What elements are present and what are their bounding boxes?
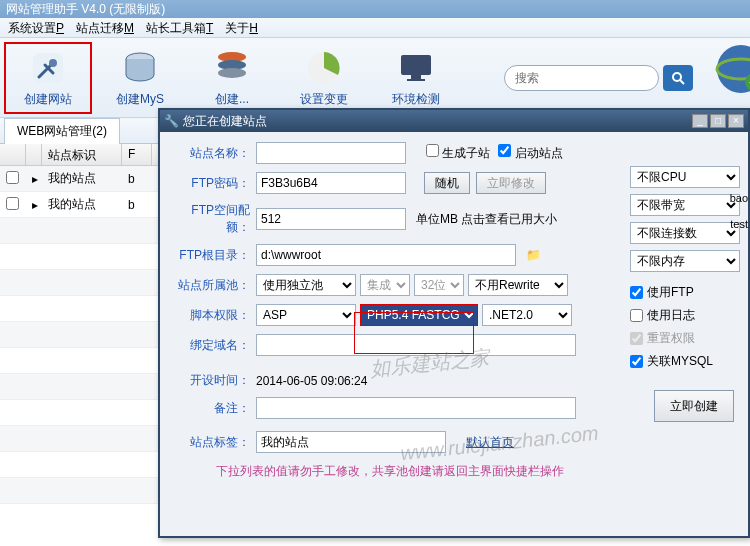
cpu-select[interactable]: 不限CPU — [630, 166, 740, 188]
svg-point-12 — [717, 45, 750, 93]
default-page-link[interactable]: 默认首页 — [466, 434, 514, 451]
create-now-button[interactable]: 立即创建 — [654, 390, 734, 422]
svg-rect-8 — [411, 75, 421, 79]
quota-note[interactable]: 单位MB 点击查看已用大小 — [416, 211, 557, 228]
pie-chart-icon — [303, 47, 345, 89]
label-remark: 备注： — [170, 400, 256, 417]
cell-f: b — [122, 195, 152, 215]
create-mysql-button[interactable]: 创建MyS — [96, 42, 184, 114]
svg-rect-7 — [401, 55, 431, 75]
edit-now-button[interactable]: 立即修改 — [476, 172, 546, 194]
script3-select[interactable]: .NET2.0 — [482, 304, 572, 326]
peek-text-2: test — [730, 218, 748, 230]
cell-name: 我的站点 — [42, 167, 122, 190]
arrow-icon: ▸ — [26, 195, 42, 215]
menu-tools[interactable]: 站长工具箱T — [146, 20, 213, 35]
startsite-checkbox[interactable]: 启动站点 — [498, 144, 562, 162]
menu-system[interactable]: 系统设置P — [8, 20, 64, 35]
use-log-checkbox[interactable]: 使用日志 — [630, 307, 740, 324]
conn-select[interactable]: 不限连接数 — [630, 222, 740, 244]
tool-button-4[interactable]: 设置变更 — [280, 42, 368, 114]
script1-select[interactable]: ASP — [256, 304, 356, 326]
quota-input[interactable] — [256, 208, 406, 230]
pool-select[interactable]: 使用独立池 — [256, 274, 356, 296]
tool-label: 创建MyS — [116, 91, 164, 108]
create-site-button[interactable]: 创建网站 — [4, 42, 92, 114]
label-quota: FTP空间配额： — [170, 202, 256, 236]
tool-label: 设置变更 — [300, 91, 348, 108]
rewrite-select[interactable]: 不用Rewrite — [468, 274, 568, 296]
ftproot-input[interactable] — [256, 244, 516, 266]
link-mysql-checkbox[interactable]: 关联MYSQL — [630, 353, 740, 370]
folder-icon[interactable]: 📁 — [526, 248, 541, 262]
jicheng-select[interactable]: 集成 — [360, 274, 410, 296]
menu-migration[interactable]: 站点迁移M — [76, 20, 134, 35]
bw-select[interactable]: 不限带宽 — [630, 194, 740, 216]
label-pool: 站点所属池： — [170, 277, 256, 294]
dialog-title: 您正在创建站点 — [179, 113, 690, 130]
monitor-icon — [395, 47, 437, 89]
magnifier-icon — [671, 71, 685, 85]
sitename-input[interactable] — [256, 142, 406, 164]
arrow-icon: ▸ — [26, 169, 42, 189]
script2-select[interactable]: PHP5.4 FASTCG — [360, 304, 478, 326]
tool-button-5[interactable]: 环境检测 — [372, 42, 460, 114]
peek-text-1: bao — [730, 192, 748, 204]
svg-point-1 — [49, 59, 57, 67]
label-domain: 绑定域名： — [170, 337, 256, 354]
subsite-checkbox[interactable]: 生成子站 — [426, 144, 490, 162]
minimize-button[interactable]: _ — [692, 114, 708, 128]
svg-rect-9 — [407, 79, 425, 81]
svg-point-10 — [673, 73, 681, 81]
search-input[interactable] — [504, 65, 659, 91]
dialog-title-bar[interactable]: 🔧 您正在创建站点 _ □ × — [160, 110, 748, 132]
menu-about[interactable]: 关于H — [225, 20, 258, 35]
maximize-button[interactable]: □ — [710, 114, 726, 128]
create-site-dialog: 🔧 您正在创建站点 _ □ × 站点名称： 生成子站 启动站点 FTP密码： 随… — [158, 108, 750, 538]
dialog-footer-note: 下拉列表的值请勿手工修改，共享池创建请返回主界面快捷栏操作 — [170, 463, 610, 480]
mem-select[interactable]: 不限内存 — [630, 250, 740, 272]
label-sitename: 站点名称： — [170, 145, 256, 162]
main-toolbar: 创建网站 创建MyS 创建... 设置变更 环境检测 — [0, 38, 750, 118]
menu-bar: 系统设置P 站点迁移M 站长工具箱T 关于H — [0, 18, 750, 38]
cell-f: b — [122, 169, 152, 189]
search-box — [504, 65, 693, 91]
domain-input[interactable] — [256, 334, 576, 356]
col-site-id[interactable]: 站点标识 — [42, 144, 122, 165]
row-checkbox[interactable] — [6, 197, 19, 210]
side-panel: 不限CPU 不限带宽 不限连接数 不限内存 使用FTP 使用日志 重置权限 关联… — [630, 142, 740, 376]
remark-input[interactable] — [256, 397, 576, 419]
globe-icon — [712, 40, 750, 101]
db-stack-icon — [211, 47, 253, 89]
label-tag: 站点标签： — [170, 434, 256, 451]
label-ftproot: FTP根目录： — [170, 247, 256, 264]
tool-label: 创建网站 — [24, 91, 72, 108]
search-button[interactable] — [663, 65, 693, 91]
tool-button-3[interactable]: 创建... — [188, 42, 276, 114]
app-title-bar: 网站管理助手 V4.0 (无限制版) — [0, 0, 750, 18]
wrench-screwdriver-icon — [27, 47, 69, 89]
close-button[interactable]: × — [728, 114, 744, 128]
tab-web-mgmt[interactable]: WEB网站管理(2) — [4, 118, 120, 144]
label-ftppwd: FTP密码： — [170, 175, 256, 192]
label-opentime: 开设时间： — [170, 372, 256, 389]
database-icon — [119, 47, 161, 89]
tool-label: 环境检测 — [392, 91, 440, 108]
opentime-value: 2014-06-05 09:06:24 — [256, 374, 367, 388]
svg-point-5 — [218, 68, 246, 78]
tag-input[interactable] — [256, 431, 446, 453]
app-title: 网站管理助手 V4.0 (无限制版) — [6, 2, 165, 16]
label-script: 脚本权限： — [170, 307, 256, 324]
col-f[interactable]: F — [122, 144, 152, 165]
random-button[interactable]: 随机 — [424, 172, 470, 194]
cell-name: 我的站点 — [42, 193, 122, 216]
ftppwd-input[interactable] — [256, 172, 406, 194]
app-icon: 🔧 — [164, 114, 179, 128]
reset-perm-checkbox[interactable]: 重置权限 — [630, 330, 740, 347]
row-checkbox[interactable] — [6, 171, 19, 184]
svg-line-11 — [680, 80, 684, 84]
tool-label: 创建... — [215, 91, 249, 108]
bits-select[interactable]: 32位 — [414, 274, 464, 296]
use-ftp-checkbox[interactable]: 使用FTP — [630, 284, 740, 301]
